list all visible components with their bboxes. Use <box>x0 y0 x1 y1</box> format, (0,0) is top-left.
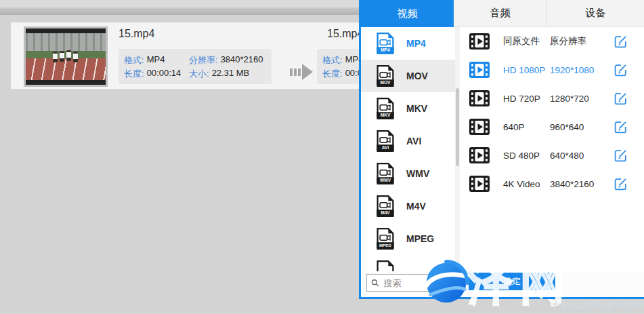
output-file-title: 15.mp4 <box>327 28 363 40</box>
profile-row-original[interactable]: 同原文件 原分辨率 <box>460 27 644 56</box>
profile-row-640p[interactable]: 640P 960*640 <box>460 113 644 141</box>
format-name: MP4 <box>406 38 426 49</box>
format-picker-panel: 视频 音频 设备 MP4 MP4 <box>359 0 644 299</box>
filmstrip-icon <box>469 147 490 163</box>
profile-name: SD 480P <box>503 151 550 161</box>
profile-resolution: 960*640 <box>550 122 614 132</box>
format-name: MPEG <box>406 233 434 244</box>
format-item-mpeg[interactable]: MPEG MPEG <box>361 222 455 255</box>
video-thumbnail <box>24 26 108 87</box>
profile-row-480p[interactable]: SD 480P 640*480 <box>460 141 644 170</box>
source-file-info: 格式: MP4 分辨率: 3840*2160 长度: 00:00:14 大小: … <box>119 49 272 84</box>
filmstrip-icon <box>469 176 490 192</box>
format-item-avi[interactable]: AVI AVI <box>361 125 455 157</box>
edit-icon <box>614 120 628 134</box>
format-list-scrollbar[interactable] <box>455 27 460 273</box>
edit-icon <box>614 92 628 106</box>
svg-text:AVI: AVI <box>382 145 389 150</box>
format-item-m4v[interactable]: M4V M4V <box>361 190 455 222</box>
format-item-mov[interactable]: MOV MOV <box>361 60 455 92</box>
confirm-button[interactable]: 确定 <box>469 273 555 290</box>
svg-text:M4V: M4V <box>381 210 390 215</box>
profile-resolution: 1280*720 <box>550 94 614 104</box>
format-item-partial[interactable] <box>361 255 455 273</box>
profile-name: 4K Video <box>503 179 550 189</box>
file-format-icon: AVI <box>376 130 395 153</box>
filmstrip-icon <box>469 33 490 50</box>
profile-name: 同原文件 <box>503 35 550 47</box>
edit-icon <box>614 35 628 49</box>
profile-resolution: 1920*1080 <box>550 65 614 75</box>
format-item-mkv[interactable]: MKV MKV <box>361 92 455 125</box>
edit-profile-button[interactable] <box>614 63 628 77</box>
profile-row-1080p[interactable]: HD 1080P 1920*1080 <box>460 56 644 84</box>
format-name: WMV <box>406 168 429 179</box>
file-format-icon: MPEG <box>376 227 395 250</box>
svg-text:WMV: WMV <box>380 178 391 182</box>
profile-name: HD 720P <box>503 94 550 104</box>
format-item-mp4[interactable]: MP4 MP4 <box>361 27 455 60</box>
edit-icon <box>614 149 628 163</box>
format-label: 格式: <box>124 54 144 66</box>
resolution-value: 3840*2160 <box>221 54 263 66</box>
edit-profile-button[interactable] <box>614 92 628 106</box>
profile-name: 640P <box>503 122 550 132</box>
profile-resolution: 3840*2160 <box>550 179 614 189</box>
file-format-icon: MOV <box>376 64 395 87</box>
search-input[interactable] <box>383 277 450 289</box>
edit-profile-button[interactable] <box>614 35 628 49</box>
format-name: MKV <box>406 103 427 114</box>
profile-resolution: 原分辨率 <box>550 35 614 47</box>
resolution-label: 分辨率: <box>189 54 218 66</box>
svg-text:MKV: MKV <box>381 113 391 117</box>
file-format-icon: M4V <box>376 195 395 218</box>
file-format-icon: WMV <box>376 162 395 185</box>
profile-list: 同原文件 原分辨率 HD 1080P <box>460 27 644 198</box>
watermark-slogan: 十年沉淀网站服务经验! <box>550 299 644 311</box>
filmstrip-icon <box>469 62 490 78</box>
file-format-icon: MKV <box>376 97 395 120</box>
format-value: MP4 <box>147 54 165 66</box>
format-name: AVI <box>406 136 421 146</box>
format-name: M4V <box>406 201 426 212</box>
app-window: 15.mp4 格式: MP4 分辨率: 3840*2160 长度: 00:00:… <box>0 0 644 314</box>
profile-resolution: 640*480 <box>550 151 614 161</box>
svg-text:MOV: MOV <box>381 80 391 85</box>
file-format-icon: MP4 <box>376 32 395 55</box>
scrollbar-thumb[interactable] <box>456 88 459 166</box>
edit-profile-button[interactable] <box>614 177 628 191</box>
tab-audio[interactable]: 音频 <box>454 0 546 27</box>
search-box[interactable] <box>366 274 454 292</box>
edit-icon <box>614 63 628 77</box>
format-list: MP4 MP4 MOV MOV <box>361 27 455 273</box>
duration-label: 长度: <box>124 68 144 80</box>
tab-device[interactable]: 设备 <box>546 0 644 27</box>
panel-bottom-bar: 确定 <box>361 271 644 297</box>
source-file-title: 15.mp4 <box>119 28 154 40</box>
size-label: 大小: <box>189 68 209 80</box>
filmstrip-icon <box>469 90 490 106</box>
format-item-wmv[interactable]: WMV WMV <box>361 157 455 190</box>
tab-video[interactable]: 视频 <box>361 0 454 27</box>
profile-name: HD 1080P <box>503 65 550 75</box>
filmstrip-icon <box>469 119 490 135</box>
duration-value: 00:00:14 <box>147 68 181 80</box>
convert-arrow-icon <box>290 64 313 80</box>
profile-row-720p[interactable]: HD 720P 1280*720 <box>460 84 644 113</box>
format-name: MOV <box>406 71 428 81</box>
svg-text:MPEG: MPEG <box>379 243 391 248</box>
size-value: 22.31 MB <box>212 68 250 80</box>
svg-text:MP4: MP4 <box>381 47 390 52</box>
edit-profile-button[interactable] <box>614 120 628 134</box>
panel-tab-bar: 视频 音频 设备 <box>361 0 644 27</box>
profile-row-4k[interactable]: 4K Video 3840*2160 <box>460 170 644 198</box>
edit-profile-button[interactable] <box>614 149 628 163</box>
edit-icon <box>614 177 628 191</box>
search-icon <box>371 278 379 288</box>
